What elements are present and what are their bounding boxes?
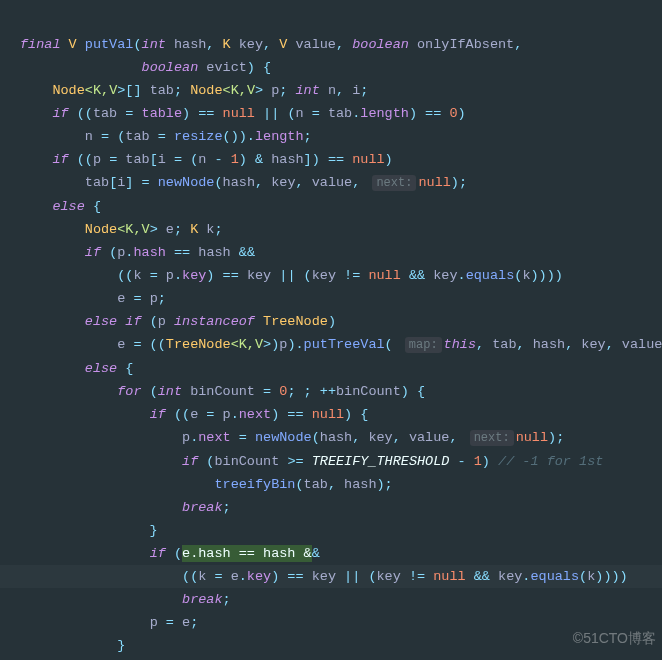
line: } — [20, 638, 125, 653]
line: final V putVal(int hash, K key, V value,… — [20, 37, 522, 52]
param-hint: next: — [470, 430, 514, 446]
line: e = p; — [20, 291, 166, 306]
line: else { — [20, 361, 133, 376]
selection-highlight: e.hash == hash & — [182, 545, 312, 562]
line: boolean evict) { — [20, 60, 271, 75]
line: else if (p instanceof TreeNode) — [20, 314, 336, 329]
line: for (int binCount = 0; ; ++binCount) { — [20, 384, 425, 399]
line: p.next = newNode(hash, key, value, next:… — [20, 430, 564, 445]
line: Node<K,V> e; K k; — [20, 222, 223, 237]
line: if ((tab = table) == null || (n = tab.le… — [20, 106, 466, 121]
line: if (p.hash == hash && — [20, 245, 255, 260]
line: e = ((TreeNode<K,V>)p).putTreeVal( map:t… — [20, 337, 662, 352]
line: if (binCount >= TREEIFY_THRESHOLD - 1) /… — [20, 454, 603, 469]
line: n = (tab = resize()).length; — [20, 129, 312, 144]
line: treeifyBin(tab, hash); — [20, 477, 393, 492]
line: if ((e = p.next) == null) { — [20, 407, 368, 422]
line: if (e.hash == hash && — [20, 545, 320, 562]
line: if ((p = tab[i = (n - 1) & hash]) == nul… — [20, 152, 393, 167]
line: p = e; — [20, 615, 198, 630]
line: else { — [20, 199, 101, 214]
line: tab[i] = newNode(hash, key, value, next:… — [20, 175, 467, 190]
param-hint: next: — [372, 175, 416, 191]
line: Node<K,V>[] tab; Node<K,V> p; int n, i; — [20, 83, 368, 98]
line: break; — [20, 592, 231, 607]
param-hint: map: — [405, 337, 442, 353]
line: break; — [20, 500, 231, 515]
line: } — [20, 523, 158, 538]
code-block: final V putVal(int hash, K key, V value,… — [0, 0, 662, 660]
line: ((k = p.key) == key || (key != null && k… — [20, 268, 563, 283]
line-highlighted: ((k = e.key) == key || (key != null && k… — [0, 565, 662, 588]
